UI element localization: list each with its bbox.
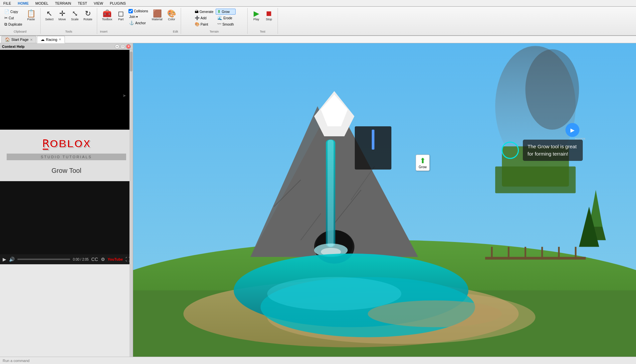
terrain-scene <box>133 43 636 357</box>
video-progress-bar[interactable] <box>17 259 70 260</box>
video-play-button[interactable]: ▶ <box>3 257 6 262</box>
grow-button[interactable]: ⬆ Grow <box>216 9 235 15</box>
context-help-title: Context Help <box>2 45 25 49</box>
paste-button[interactable]: 📋 Paste <box>25 9 38 23</box>
tools-section: ↖ Select ✛ Move ⤡ Scale ↻ Rotate Tools <box>41 8 98 34</box>
play-icon: ▶ <box>254 10 259 17</box>
toolbox-button[interactable]: 🧰 Toolbox <box>100 9 114 23</box>
menu-terrain[interactable]: TERRAIN <box>54 1 72 6</box>
terrain-section: 🏔 Generate ➕ Add 🎨 Paint ⬆ Grow <box>181 8 248 34</box>
collisions-check[interactable] <box>128 9 133 13</box>
anchor-button[interactable]: ⚓ Anchor <box>127 20 149 26</box>
rotate-play-button[interactable]: ▶ <box>565 123 579 137</box>
main-area: Context Help – □ ✕ R̲OBLOX STUDIO TUTORI… <box>0 43 636 357</box>
move-button[interactable]: ✛ Move <box>56 9 68 23</box>
menu-view[interactable]: VIEW <box>93 1 105 6</box>
test-section: ▶ Play ⏹ Stop Test <box>248 8 278 34</box>
clipboard-buttons: 📄 Copy ✂ Cut ⧉ Duplicate 📋 Paste <box>3 9 38 29</box>
rotate-label: ROTATE <box>575 137 585 140</box>
rotate-icon: ▶ <box>570 127 574 133</box>
erode-button[interactable]: 🌊 Erode <box>216 15 235 21</box>
time-display: 0:00 / 2:05 <box>73 258 89 261</box>
copy-button[interactable]: 📄 Copy <box>3 9 24 15</box>
command-input[interactable] <box>3 359 103 363</box>
tab-start-page[interactable]: 🏠 Start Page ✕ <box>1 36 36 43</box>
settings-button[interactable]: ⚙ <box>101 257 105 262</box>
move-icon: ✛ <box>59 10 65 17</box>
svg-rect-29 <box>495 167 576 193</box>
dark-overlay-panel <box>355 126 391 170</box>
part-icon: ◻ <box>118 10 124 17</box>
paste-icon: 📋 <box>27 10 36 17</box>
cut-button[interactable]: ✂ Cut <box>3 15 24 21</box>
collisions-checkbox[interactable]: Collisions <box>127 9 149 14</box>
select-button[interactable]: ↖ Select <box>43 9 56 23</box>
svg-point-24 <box>526 49 579 130</box>
volume-button[interactable]: 🔊 <box>9 257 15 262</box>
menu-bar: FILE HOME MODEL TERRAIN TEST VIEW PLUGIN… <box>0 0 636 7</box>
duplicate-button[interactable]: ⧉ Duplicate <box>3 21 24 27</box>
scale-button[interactable]: ⤡ Scale <box>69 9 81 23</box>
rotate-button[interactable]: ↻ Rotate <box>82 9 95 23</box>
add-button[interactable]: ➕ Add <box>193 15 215 21</box>
restore-button[interactable]: □ <box>120 44 125 49</box>
expand-arrow[interactable]: ➤ <box>122 93 126 98</box>
copy-icon: 📄 <box>4 9 9 14</box>
color-button[interactable]: 🎨 Color <box>165 9 178 23</box>
panel-indicator <box>372 130 374 150</box>
svg-rect-30 <box>485 257 586 260</box>
anchor-icon: ⚓ <box>129 21 134 25</box>
tools-buttons: ↖ Select ✛ Move ⤡ Scale ↻ Rotate <box>43 9 95 29</box>
grow-tooltip: The Grow tool is great for forming terra… <box>502 140 583 161</box>
part-button[interactable]: ◻ Part <box>115 9 127 23</box>
grow-viewport-button[interactable]: ⬆ Grow <box>416 155 430 171</box>
tab-start-page-close[interactable]: ✕ <box>30 38 33 42</box>
tab-racing-close[interactable]: ✕ <box>59 38 61 41</box>
generate-button[interactable]: 🏔 Generate <box>193 9 215 15</box>
video-preview-top <box>0 50 133 130</box>
play-button[interactable]: ▶ Play <box>250 9 262 23</box>
grow-btn-label: Grow <box>419 165 427 169</box>
minimize-button[interactable]: – <box>115 44 119 49</box>
color-icon: 🎨 <box>167 10 176 17</box>
svg-rect-17 <box>327 140 333 247</box>
stop-button[interactable]: ⏹ Stop <box>263 9 275 23</box>
tutorial-title-text: Grow Tool <box>52 167 82 175</box>
insert-section: 🧰 Toolbox ◻ Part Collisions Join ▾ ⚓ Anc… <box>97 8 181 34</box>
erode-icon: 🌊 <box>217 16 222 20</box>
stop-icon: ⏹ <box>265 10 273 17</box>
menu-plugins[interactable]: PLUGINS <box>108 1 127 6</box>
youtube-logo: YouTube <box>108 257 123 261</box>
paint-icon: 🎨 <box>195 22 200 27</box>
cloud-icon: ☁ <box>41 37 45 42</box>
tab-start-page-label: Start Page <box>11 38 29 42</box>
tab-bar: 🏠 Start Page ✕ ☁ Racing ✕ <box>0 36 636 43</box>
toolbox-icon: 🧰 <box>103 10 111 17</box>
clipboard-section: 📄 Copy ✂ Cut ⧉ Duplicate 📋 Paste Clipboa… <box>0 8 41 34</box>
join-dropdown[interactable]: Join ▾ <box>127 14 149 19</box>
scrollbar-track[interactable] <box>129 50 133 357</box>
grow-tooltip-text: The Grow tool is great for forming terra… <box>523 140 583 161</box>
viewport[interactable]: The Grow tool is great for forming terra… <box>133 43 636 357</box>
menu-test[interactable]: TEST <box>77 1 89 6</box>
context-help-content: R̲OBLOX STUDIO TUTORIALS Grow Tool ▶ 🔊 0… <box>0 50 133 357</box>
terrain-buttons: 🏔 Generate ➕ Add 🎨 Paint ⬆ Grow <box>193 9 236 29</box>
scrollbar-thumb[interactable] <box>130 52 132 71</box>
smooth-button[interactable]: 〰 Smooth <box>216 21 235 27</box>
captions-button[interactable]: CC <box>91 257 98 262</box>
rotate-icon: ↻ <box>85 10 91 17</box>
close-context-button[interactable]: ✕ <box>126 44 131 49</box>
terrain-label: Terrain <box>210 29 219 33</box>
svg-point-22 <box>267 277 401 310</box>
home-icon: 🏠 <box>5 37 10 42</box>
menu-model[interactable]: MODEL <box>34 1 50 6</box>
tab-racing-label: Racing <box>46 38 57 42</box>
test-buttons: ▶ Play ⏹ Stop <box>250 9 275 29</box>
menu-home[interactable]: HOME <box>16 1 30 6</box>
tutorial-info: R̲OBLOX STUDIO TUTORIALS Grow Tool <box>0 130 133 181</box>
paint-terrain-button[interactable]: 🎨 Paint <box>193 21 215 27</box>
menu-file[interactable]: FILE <box>2 1 12 6</box>
material-button[interactable]: 🟫 Material <box>150 9 164 23</box>
grow-circle-indicator <box>502 142 519 159</box>
tab-racing[interactable]: ☁ Racing ✕ <box>37 36 65 43</box>
